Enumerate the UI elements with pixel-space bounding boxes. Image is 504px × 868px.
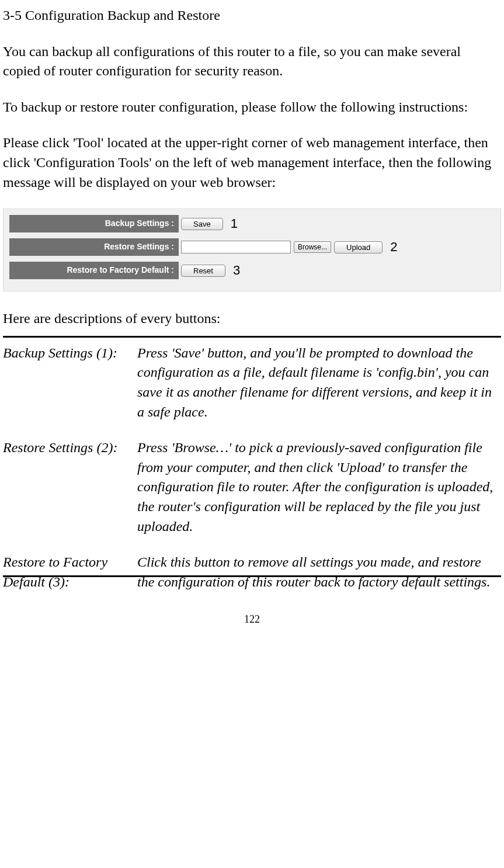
intro-paragraph-3: Please click 'Tool' located at the upper…: [3, 133, 501, 192]
desc-row-backup: Backup Settings (1): Press 'Save' button…: [3, 343, 501, 438]
desc-value-factory: Click this button to remove all settings…: [137, 553, 501, 592]
desc-value-backup: Press 'Save' button, and you'll be promp…: [137, 343, 501, 438]
desc-label-backup: Backup Settings (1):: [3, 343, 137, 438]
descriptions-table: Backup Settings (1): Press 'Save' button…: [3, 343, 501, 592]
desc-row-restore: Restore Settings (2): Press 'Browse…' to…: [3, 438, 501, 553]
backup-settings-label: Backup Settings :: [9, 215, 179, 232]
restore-settings-row: Restore Settings : Browse... Upload 2: [9, 238, 495, 256]
callout-3: 3: [233, 262, 240, 280]
restore-settings-label: Restore Settings :: [9, 238, 179, 256]
divider-top: [3, 336, 501, 338]
restore-file-input[interactable]: [181, 241, 291, 254]
factory-default-label: Restore to Factory Default :: [9, 262, 179, 279]
reset-button[interactable]: Reset: [181, 265, 225, 277]
descriptions-intro: Here are descriptions of every buttons:: [3, 309, 501, 329]
backup-settings-row: Backup Settings : Save 1: [9, 215, 495, 232]
factory-default-row: Restore to Factory Default : Reset 3: [9, 262, 495, 279]
desc-label-factory: Restore to Factory Default (3):: [3, 553, 137, 592]
restore-settings-controls: Browse... Upload 2: [179, 238, 397, 256]
callout-2: 2: [390, 238, 397, 256]
router-ui-screenshot: Backup Settings : Save 1 Restore Setting…: [3, 209, 501, 291]
upload-button[interactable]: Upload: [334, 241, 383, 254]
desc-value-restore: Press 'Browse…' to pick a previously-sav…: [137, 438, 501, 553]
intro-paragraph-1: You can backup all configurations of thi…: [3, 42, 501, 81]
desc-label-restore: Restore Settings (2):: [3, 438, 137, 553]
intro-paragraph-2: To backup or restore router configuratio…: [3, 98, 501, 117]
factory-default-controls: Reset 3: [179, 262, 240, 280]
browse-button[interactable]: Browse...: [294, 241, 331, 253]
save-button[interactable]: Save: [181, 218, 223, 230]
callout-1: 1: [231, 215, 238, 233]
desc-row-factory: Restore to Factory Default (3): Click th…: [3, 553, 501, 592]
section-title: 3-5 Configuration Backup and Restore: [3, 6, 501, 26]
backup-settings-controls: Save 1: [179, 215, 238, 233]
page-number: 122: [3, 612, 501, 627]
